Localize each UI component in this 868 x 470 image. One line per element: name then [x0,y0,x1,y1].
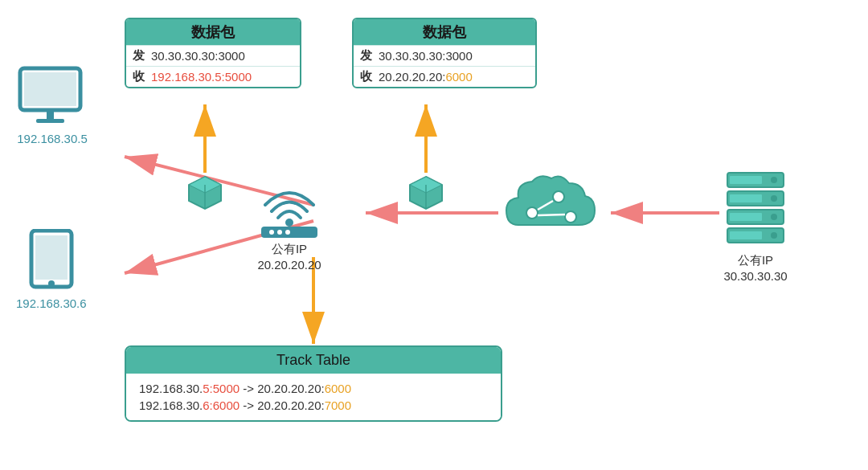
packet-table-right: 数据包 发 30.30.30.30:3000 收 20.20.20.20:600… [352,18,537,88]
svg-rect-12 [47,110,54,120]
packet-left-row2-value: 192.168.30.5:5000 [151,70,252,84]
router-label2: 20.20.20.20 [257,257,321,273]
packet-right-row2-value-highlight: 6000 [445,70,472,84]
packet-left-row1: 发 30.30.30.30:3000 [126,45,300,66]
monitor-ip-label: 192.168.30.5 [17,132,88,145]
packet-right-row2-value-normal: 20.20.20.20: [379,70,445,84]
packet-right-row2: 收 20.20.20.20:6000 [354,66,535,87]
svg-point-46 [771,232,777,239]
svg-point-43 [771,214,777,220]
packet-left-row2: 收 192.168.30.5:5000 [126,66,300,87]
packet-left-header: 数据包 [126,19,300,45]
svg-point-25 [285,219,293,227]
track-row-1: 192.168.30.5:5000 -> 20.20.20.20:6000 [139,380,488,397]
svg-point-28 [277,230,282,235]
svg-point-29 [285,230,290,235]
track-table: Track Table 192.168.30.5:5000 -> 20.20.2… [125,345,502,422]
cloud-icon [498,169,603,241]
svg-point-31 [553,191,564,202]
track-row2-red: 6:6000 [203,398,240,412]
packet-left-row2-label: 收 [133,69,145,84]
svg-rect-45 [730,231,762,239]
track-table-header: Track Table [126,347,501,374]
track-row1-normal2: 20.20.20.20: [257,382,324,395]
track-row-2: 192.168.30.6:6000 -> 20.20.20.20:7000 [139,397,488,414]
server-icon [719,169,792,249]
packet-left-row1-value: 30.30.30.30:3000 [151,49,245,63]
track-row1-red: 5:5000 [203,382,240,395]
package-icon-left [185,173,225,216]
packet-table-left: 数据包 发 30.30.30.30:3000 收 192.168.30.5:50… [125,18,301,88]
track-row2-arrow: -> [240,398,257,412]
svg-point-27 [269,230,274,235]
svg-point-16 [48,280,55,287]
svg-point-30 [526,207,538,219]
track-row2-normal: 192.168.30. [139,398,203,412]
monitor-device: 192.168.30.5 [16,64,88,145]
svg-rect-39 [730,194,762,202]
cloud-device [498,169,603,241]
package-icon-right [406,173,446,216]
tablet-icon [27,229,76,293]
svg-rect-11 [24,72,76,106]
router-device: 公有IP 20.20.20.20 [249,177,330,272]
track-row2-normal2: 20.20.20.20: [257,398,324,412]
diagram: 数据包 发 30.30.30.30:3000 收 192.168.30.5:50… [0,0,868,470]
router-label1: 公有IP [257,241,321,257]
track-row1-orange: 6000 [325,382,351,395]
packet-right-row1-label: 发 [360,48,372,63]
packet-right-row2-label: 收 [360,69,372,84]
svg-point-40 [771,195,777,202]
box-icon-left [185,173,225,213]
packet-left-row1-label: 发 [133,48,145,63]
router-icon [249,177,330,241]
server-label1: 公有IP [723,252,787,268]
track-row2-orange: 7000 [325,398,351,412]
packet-right-row1: 发 30.30.30.30:3000 [354,45,535,66]
svg-rect-42 [730,213,762,221]
packet-right-row1-value: 30.30.30.30:3000 [379,49,473,63]
svg-point-32 [565,211,576,223]
track-row1-arrow: -> [240,382,257,395]
svg-point-37 [771,177,777,183]
server-device: 公有IP 30.30.30.30 [719,169,792,284]
track-row1-normal: 192.168.30. [139,382,203,395]
tablet-ip-label: 192.168.30.6 [16,296,87,310]
svg-rect-15 [35,235,68,280]
monitor-icon [16,64,88,129]
box-icon-right [406,173,446,213]
server-label2: 30.30.30.30 [723,268,787,284]
svg-rect-36 [730,176,762,184]
svg-rect-13 [36,119,64,123]
packet-right-header: 数据包 [354,19,535,45]
track-table-body: 192.168.30.5:5000 -> 20.20.20.20:6000 19… [126,374,501,420]
svg-line-34 [538,215,565,215]
tablet-device: 192.168.30.6 [16,229,87,310]
